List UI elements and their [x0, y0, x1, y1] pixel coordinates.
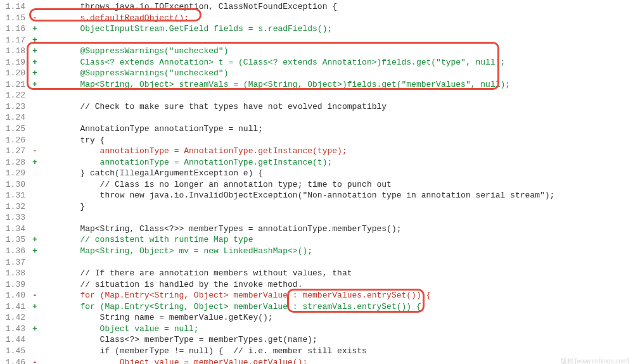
code-line: 1.27- annotationType = AnnotationType.ge…: [0, 146, 633, 157]
line-number: 1.44: [0, 334, 30, 346]
diff-nochange: [30, 223, 39, 235]
diff-minus-icon: -: [30, 290, 39, 301]
code-line: 1.26 try {: [0, 135, 633, 146]
line-number: 1.41: [0, 301, 30, 313]
diff-nochange: [30, 201, 39, 213]
code-line: 1.15- s.defaultReadObject();: [0, 13, 633, 24]
code-line: 1.46- Object value = memberValue.getValu…: [0, 357, 633, 365]
diff-nochange: [30, 257, 39, 268]
code-line: 1.17+: [0, 35, 633, 46]
code-line: 1.23 // Check to make sure that types ha…: [0, 101, 633, 113]
code-content: Map<String, Class<?>> memberTypes = anno…: [39, 223, 633, 235]
code-content: try {: [39, 135, 633, 146]
code-line: 1.20+ @SuppressWarnings("unchecked"): [0, 68, 633, 79]
diff-plus-icon: +: [30, 234, 39, 246]
code-content: s.defaultReadObject();: [39, 13, 633, 24]
line-number: 1.16: [0, 23, 30, 35]
diff-plus-icon: +: [30, 57, 39, 68]
diff-plus-icon: +: [30, 46, 39, 57]
line-number: 1.29: [0, 168, 30, 179]
code-content: [39, 257, 633, 268]
diff-nochange: [30, 179, 39, 191]
line-number: 1.36: [0, 246, 30, 257]
code-content: annotationType = AnnotationType.getInsta…: [39, 146, 633, 157]
code-content: // consistent with runtime Map type: [39, 234, 633, 246]
code-content: String name = memberValue.getKey();: [39, 312, 633, 323]
code-content: for (Map.Entry<String, Object> memberVal…: [39, 301, 633, 313]
code-content: // Check to make sure that types have no…: [39, 101, 633, 113]
code-line: 1.41+ for (Map.Entry<String, Object> mem…: [0, 301, 633, 313]
line-number: 1.27: [0, 146, 30, 157]
code-line: 1.35+ // consistent with runtime Map typ…: [0, 234, 633, 246]
code-content: Map<String, Object> mv = new LinkedHashM…: [39, 246, 633, 257]
code-content: [39, 35, 633, 46]
code-content: [39, 212, 633, 223]
code-content: throws java.io.IOException, ClassNotFoun…: [39, 1, 633, 13]
code-line: 1.34 Map<String, Class<?>> memberTypes =…: [0, 223, 633, 235]
line-number: 1.34: [0, 223, 30, 235]
diff-plus-icon: +: [30, 246, 39, 257]
line-number: 1.25: [0, 123, 30, 135]
code-line: 1.28+ annotationType = AnnotationType.ge…: [0, 157, 633, 168]
code-content: @SuppressWarnings("unchecked"): [39, 46, 633, 57]
line-number: 1.37: [0, 257, 30, 268]
diff-plus-icon: +: [30, 79, 39, 91]
code-line: 1.24: [0, 112, 633, 123]
diff-nochange: [30, 346, 39, 357]
code-line: 1.38 // If there are annotation members …: [0, 268, 633, 279]
diff-nochange: [30, 135, 39, 146]
code-line: 1.21+ Map<String, Object> streamVals = (…: [0, 79, 633, 91]
code-line: 1.45 if (memberType != null) { // i.e. m…: [0, 346, 633, 357]
code-content: if (memberType != null) { // i.e. member…: [39, 346, 633, 357]
line-number: 1.38: [0, 268, 30, 279]
code-line: 1.44 Class<?> memberType = memberTypes.g…: [0, 334, 633, 346]
code-line: 1.36+ Map<String, Object> mv = new Linke…: [0, 246, 633, 257]
diff-minus-icon: -: [30, 146, 39, 157]
code-line: 1.18+ @SuppressWarnings("unchecked"): [0, 46, 633, 57]
diff-nochange: [30, 334, 39, 346]
code-content: throw new java.io.InvalidObjectException…: [39, 190, 633, 201]
code-content: ObjectInputStream.GetField fields = s.re…: [39, 23, 633, 35]
code-line: 1.37: [0, 257, 633, 268]
diff-nochange: [30, 168, 39, 179]
line-number: 1.20: [0, 68, 30, 79]
diff-container: 1.14 throws java.io.IOException, ClassNo…: [0, 1, 633, 364]
code-content: Class<?> memberType = memberTypes.get(na…: [39, 334, 633, 346]
diff-plus-icon: +: [30, 68, 39, 79]
diff-nochange: [30, 112, 39, 123]
line-number: 1.45: [0, 346, 30, 357]
code-content: Map<String, Object> streamVals = (Map<St…: [39, 79, 633, 91]
diff-nochange: [30, 1, 39, 13]
code-content: AnnotationType annotationType = null;: [39, 123, 633, 135]
diff-minus-icon: -: [30, 13, 39, 24]
line-number: 1.42: [0, 312, 30, 323]
line-number: 1.46: [0, 357, 30, 365]
code-content: // situation is handled by the invoke me…: [39, 279, 633, 291]
code-content: // If there are annotation members witho…: [39, 268, 633, 279]
diff-nochange: [30, 190, 39, 201]
code-content: for (Map.Entry<String, Object> memberVal…: [39, 290, 633, 301]
code-line: 1.31 throw new java.io.InvalidObjectExce…: [0, 190, 633, 201]
line-number: 1.31: [0, 190, 30, 201]
code-content: }: [39, 201, 633, 213]
code-line: 1.16+ ObjectInputStream.GetField fields …: [0, 23, 633, 35]
line-number: 1.33: [0, 212, 30, 223]
code-line: 1.22: [0, 90, 633, 101]
diff-minus-icon: -: [30, 357, 39, 365]
code-content: annotationType = AnnotationType.getInsta…: [39, 157, 633, 168]
diff-plus-icon: +: [30, 157, 39, 168]
diff-plus-icon: +: [30, 35, 39, 46]
code-content: // Class is no longer an annotation type…: [39, 179, 633, 191]
line-number: 1.18: [0, 46, 30, 57]
line-number: 1.15: [0, 13, 30, 24]
code-line: 1.29 } catch(IllegalArgumentException e)…: [0, 168, 633, 179]
diff-nochange: [30, 268, 39, 279]
line-number: 1.23: [0, 101, 30, 113]
code-content: @SuppressWarnings("unchecked"): [39, 68, 633, 79]
code-line: 1.19+ Class<? extends Annotation> t = (C…: [0, 57, 633, 68]
line-number: 1.43: [0, 323, 30, 335]
code-line: 1.40- for (Map.Entry<String, Object> mem…: [0, 290, 633, 301]
diff-plus-icon: +: [30, 323, 39, 335]
code-line: 1.30 // Class is no longer an annotation…: [0, 179, 633, 191]
code-content: [39, 112, 633, 123]
